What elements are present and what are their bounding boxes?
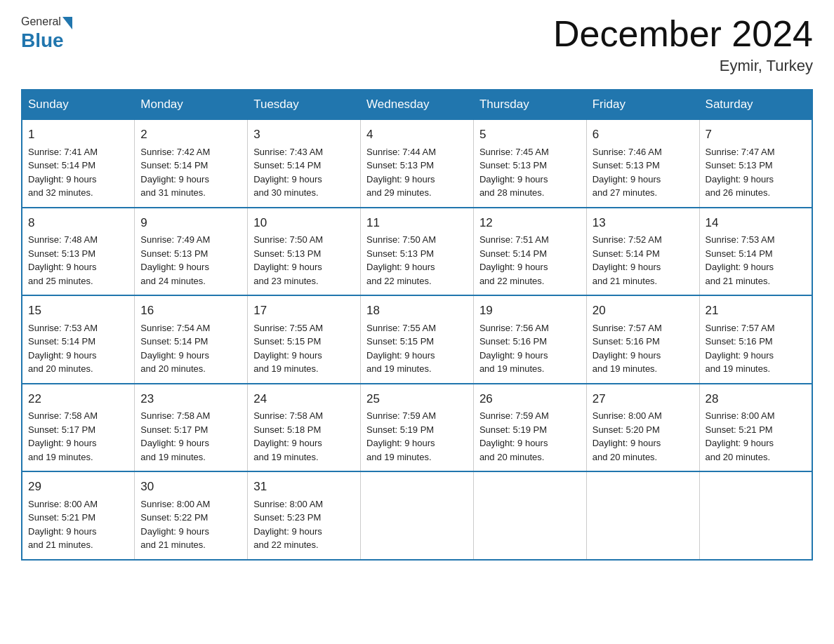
sunset-info: Sunset: 5:14 PM [706,248,773,259]
daylight-info: Daylight: 9 hours [140,262,209,272]
sunrise-info: Sunrise: 7:53 AM [28,323,98,333]
sunset-info: Sunset: 5:17 PM [140,424,208,435]
sunset-info: Sunset: 5:13 PM [28,248,95,259]
sunset-info: Sunset: 5:14 PM [28,160,95,170]
daylight-info: Daylight: 9 hours [593,174,661,185]
daylight-info: Daylight: 9 hours [366,438,435,448]
logo-arrow-icon [62,17,72,29]
day-number: 12 [479,214,581,232]
sunrise-info: Sunrise: 7:58 AM [140,410,210,421]
day-cell: 14Sunrise: 7:53 AMSunset: 5:14 PMDayligh… [699,208,812,296]
daylight-minutes: and 25 minutes. [28,276,93,286]
daylight-info: Daylight: 9 hours [366,350,435,361]
sunrise-info: Sunrise: 7:42 AM [140,147,210,157]
daylight-minutes: and 28 minutes. [479,187,545,198]
day-number: 23 [140,390,241,408]
sunrise-info: Sunrise: 7:57 AM [593,323,662,333]
sunset-info: Sunset: 5:21 PM [706,424,773,435]
sunset-info: Sunset: 5:13 PM [140,248,208,259]
col-header-monday: Monday [135,90,248,119]
sunrise-info: Sunrise: 7:45 AM [479,147,549,157]
day-cell [473,471,586,560]
sunset-info: Sunset: 5:15 PM [253,336,321,347]
day-number: 16 [140,302,241,320]
title-block: December 2024 Eymir, Turkey [553,14,813,75]
sunset-info: Sunset: 5:14 PM [28,336,95,347]
day-number: 22 [28,390,128,408]
sunset-info: Sunset: 5:21 PM [28,512,95,523]
daylight-minutes: and 32 minutes. [28,187,93,198]
day-number: 21 [706,302,806,320]
daylight-info: Daylight: 9 hours [479,350,548,361]
daylight-info: Daylight: 9 hours [479,262,548,272]
day-number: 18 [366,302,468,320]
day-number: 17 [253,302,355,320]
sunset-info: Sunset: 5:13 PM [706,160,773,170]
day-cell: 17Sunrise: 7:55 AMSunset: 5:15 PMDayligh… [248,295,361,384]
sunset-info: Sunset: 5:14 PM [479,248,547,259]
daylight-minutes: and 22 minutes. [366,276,432,286]
sunset-info: Sunset: 5:14 PM [253,160,321,170]
day-cell [699,471,812,560]
day-cell: 8Sunrise: 7:48 AMSunset: 5:13 PMDaylight… [22,208,135,296]
daylight-minutes: and 29 minutes. [366,187,432,198]
sunrise-info: Sunrise: 7:58 AM [253,410,323,421]
daylight-minutes: and 19 minutes. [366,452,432,462]
day-cell: 24Sunrise: 7:58 AMSunset: 5:18 PMDayligh… [248,384,361,472]
day-cell [361,471,474,560]
daylight-minutes: and 19 minutes. [28,452,93,462]
day-cell: 21Sunrise: 7:57 AMSunset: 5:16 PMDayligh… [699,295,812,384]
day-number: 28 [706,390,806,408]
day-cell: 18Sunrise: 7:55 AMSunset: 5:15 PMDayligh… [361,295,474,384]
day-cell: 6Sunrise: 7:46 AMSunset: 5:13 PMDaylight… [586,119,699,208]
day-cell: 23Sunrise: 7:58 AMSunset: 5:17 PMDayligh… [135,384,248,472]
daylight-info: Daylight: 9 hours [28,526,97,537]
daylight-minutes: and 21 minutes. [706,276,771,286]
day-number: 11 [366,214,468,232]
daylight-info: Daylight: 9 hours [253,262,322,272]
daylight-info: Daylight: 9 hours [479,174,548,185]
sunset-info: Sunset: 5:16 PM [706,336,773,347]
day-number: 31 [253,478,355,496]
sunrise-info: Sunrise: 7:54 AM [140,323,210,333]
col-header-wednesday: Wednesday [361,90,474,119]
sunrise-info: Sunrise: 7:55 AM [253,323,323,333]
sunrise-info: Sunrise: 7:50 AM [253,234,323,245]
sunrise-info: Sunrise: 7:49 AM [140,234,210,245]
daylight-info: Daylight: 9 hours [593,350,661,361]
sunset-info: Sunset: 5:23 PM [253,512,321,523]
sunrise-info: Sunrise: 8:00 AM [253,499,323,509]
daylight-minutes: and 23 minutes. [253,276,319,286]
sunrise-info: Sunrise: 8:00 AM [593,410,662,421]
location-title: Eymir, Turkey [553,57,813,75]
daylight-info: Daylight: 9 hours [253,174,322,185]
daylight-minutes: and 20 minutes. [140,363,206,374]
sunrise-info: Sunrise: 7:55 AM [366,323,436,333]
day-cell: 12Sunrise: 7:51 AMSunset: 5:14 PMDayligh… [473,208,586,296]
daylight-info: Daylight: 9 hours [706,262,774,272]
day-cell: 2Sunrise: 7:42 AMSunset: 5:14 PMDaylight… [135,119,248,208]
week-row-3: 15Sunrise: 7:53 AMSunset: 5:14 PMDayligh… [22,295,812,384]
day-cell: 28Sunrise: 8:00 AMSunset: 5:21 PMDayligh… [699,384,812,472]
day-number: 29 [28,478,128,496]
day-number: 13 [593,214,694,232]
day-number: 3 [253,126,355,144]
sunrise-info: Sunrise: 8:00 AM [140,499,210,509]
daylight-minutes: and 20 minutes. [28,363,93,374]
sunset-info: Sunset: 5:13 PM [366,248,434,259]
day-cell: 22Sunrise: 7:58 AMSunset: 5:17 PMDayligh… [22,384,135,472]
day-cell: 27Sunrise: 8:00 AMSunset: 5:20 PMDayligh… [586,384,699,472]
day-number: 7 [706,126,806,144]
calendar-table: SundayMondayTuesdayWednesdayThursdayFrid… [21,89,813,561]
sunrise-info: Sunrise: 7:50 AM [366,234,436,245]
day-cell: 26Sunrise: 7:59 AMSunset: 5:19 PMDayligh… [473,384,586,472]
day-cell: 1Sunrise: 7:41 AMSunset: 5:14 PMDaylight… [22,119,135,208]
day-cell: 10Sunrise: 7:50 AMSunset: 5:13 PMDayligh… [248,208,361,296]
daylight-minutes: and 22 minutes. [253,539,319,550]
day-number: 5 [479,126,581,144]
sunset-info: Sunset: 5:13 PM [366,160,434,170]
sunrise-info: Sunrise: 8:00 AM [28,499,98,509]
daylight-minutes: and 21 minutes. [28,539,93,550]
sunrise-info: Sunrise: 7:59 AM [479,410,549,421]
sunrise-info: Sunrise: 7:51 AM [479,234,549,245]
